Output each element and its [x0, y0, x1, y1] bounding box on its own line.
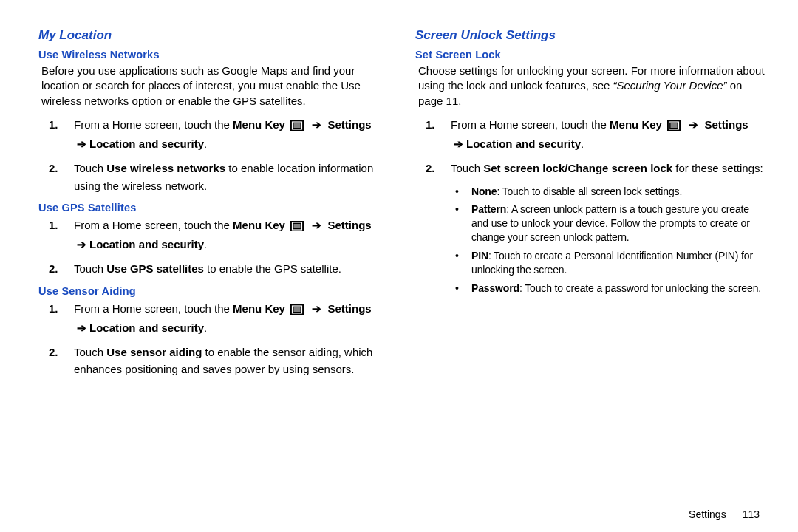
- menu-key-label: Menu Key: [233, 118, 285, 131]
- text: From a Home screen, touch the: [451, 118, 610, 131]
- screen-lock-options-list: • None: Touch to disable all screen lock…: [451, 185, 765, 296]
- arrow-icon: ➔: [77, 236, 86, 253]
- text: Touch: [74, 262, 106, 275]
- settings-label: Settings: [704, 118, 748, 131]
- text: for these settings:: [672, 162, 763, 174]
- option-name: Password: [471, 282, 519, 294]
- step-number: 2.: [38, 160, 74, 177]
- section-title-my-location: My Location: [38, 28, 389, 43]
- bullet-dot: •: [451, 185, 471, 199]
- menu-key-label: Menu Key: [233, 302, 285, 315]
- step-text: Touch Use sensor aiding to enable the se…: [74, 344, 389, 378]
- step-2: 2. Touch Use GPS satellites to enable th…: [38, 260, 389, 277]
- list-item: • Password: Touch to create a password f…: [451, 282, 765, 296]
- list-item: • Pattern: A screen unlock pattern is a …: [451, 202, 765, 245]
- step-2: 2. Touch Set screen lock/Change screen l…: [415, 160, 765, 299]
- step-1: 1. From a Home screen, touch the Menu Ke…: [415, 116, 765, 153]
- footer-section-label: Settings: [689, 508, 726, 520]
- menu-key-icon: [667, 118, 681, 135]
- option-name: PIN: [471, 250, 488, 262]
- arrow-icon: ➔: [312, 300, 321, 317]
- option-name: None: [471, 185, 497, 197]
- step-number: 1.: [38, 300, 74, 317]
- step-text: Touch Set screen lock/Change screen lock…: [451, 160, 765, 299]
- bullet-dot: •: [451, 249, 471, 263]
- step-text: From a Home screen, touch the Menu Key ➔…: [74, 300, 389, 337]
- settings-label: Settings: [327, 118, 371, 131]
- step-1: 1. From a Home screen, touch the Menu Ke…: [38, 116, 389, 153]
- left-column: My Location Use Wireless Networks Before…: [38, 28, 389, 386]
- step-text: From a Home screen, touch the Menu Key ➔…: [74, 116, 389, 153]
- step-number: 2.: [38, 344, 74, 361]
- arrow-icon: ➔: [689, 116, 698, 133]
- text: Touch: [451, 162, 483, 174]
- step-text: Touch Use GPS satellites to enable the G…: [74, 260, 389, 277]
- step-text: From a Home screen, touch the Menu Key ➔…: [451, 116, 765, 153]
- arrow-icon: ➔: [312, 216, 321, 233]
- subhead-use-gps-satellites: Use GPS Satellites: [38, 202, 389, 214]
- text: : Touch to create a password for unlocki…: [519, 282, 761, 294]
- text: : A screen unlock pattern is a touch ges…: [471, 203, 750, 243]
- list-item: • PIN: Touch to create a Personal Identi…: [451, 249, 765, 277]
- subhead-use-wireless-networks: Use Wireless Networks: [38, 49, 389, 61]
- text: .: [204, 137, 207, 150]
- right-column: Screen Unlock Settings Set Screen Lock C…: [415, 28, 765, 386]
- text: .: [204, 321, 207, 334]
- arrow-icon: ➔: [77, 319, 86, 336]
- section-title-screen-unlock: Screen Unlock Settings: [415, 28, 765, 43]
- step-number: 1.: [38, 216, 74, 233]
- location-security-label: Location and security: [89, 137, 204, 150]
- steps-set-screen-lock: 1. From a Home screen, touch the Menu Ke…: [415, 116, 765, 300]
- step-text: Touch Use wireless networks to enable lo…: [74, 160, 389, 194]
- page-content: My Location Use Wireless Networks Before…: [0, 0, 798, 408]
- intro-use-wireless-networks: Before you use applications such as Goog…: [38, 64, 389, 109]
- list-item-text: Password: Touch to create a password for…: [471, 282, 761, 296]
- footer-page-number: 113: [743, 508, 760, 520]
- text: : Touch to disable all screen lock setti…: [497, 185, 682, 197]
- step-text: From a Home screen, touch the Menu Key ➔…: [74, 216, 389, 253]
- location-security-label: Location and security: [466, 137, 581, 150]
- steps-use-wireless-networks: 1. From a Home screen, touch the Menu Ke…: [38, 116, 389, 194]
- page-footer: Settings113: [689, 508, 760, 520]
- step-number: 2.: [415, 160, 451, 177]
- step-number: 1.: [38, 116, 74, 133]
- reference-title: “Securing Your Device”: [613, 79, 727, 92]
- bullet-dot: •: [451, 282, 471, 296]
- step-1: 1. From a Home screen, touch the Menu Ke…: [38, 216, 389, 253]
- steps-use-sensor-aiding: 1. From a Home screen, touch the Menu Ke…: [38, 300, 389, 378]
- menu-key-icon: [290, 302, 304, 319]
- text: .: [204, 238, 207, 250]
- menu-key-label: Menu Key: [233, 219, 285, 231]
- steps-use-gps-satellites: 1. From a Home screen, touch the Menu Ke…: [38, 216, 389, 278]
- text: Touch: [74, 346, 106, 358]
- option-label: Use wireless networks: [106, 162, 225, 174]
- text: From a Home screen, touch the: [74, 302, 233, 315]
- text: : Touch to create a Personal Identificat…: [471, 250, 753, 276]
- option-label: Use GPS satellites: [106, 262, 204, 275]
- option-label: Use sensor aiding: [106, 346, 202, 358]
- text: to enable the GPS satellite.: [204, 262, 341, 275]
- bullet-dot: •: [451, 202, 471, 216]
- step-2: 2. Touch Use sensor aiding to enable the…: [38, 344, 389, 378]
- step-number: 2.: [38, 260, 74, 277]
- subhead-use-sensor-aiding: Use Sensor Aiding: [38, 285, 389, 297]
- text: Touch: [74, 162, 106, 174]
- list-item-text: None: Touch to disable all screen lock s…: [471, 185, 682, 199]
- subhead-set-screen-lock: Set Screen Lock: [415, 49, 765, 61]
- settings-label: Settings: [327, 302, 371, 315]
- settings-label: Settings: [327, 219, 371, 231]
- list-item: • None: Touch to disable all screen lock…: [451, 185, 765, 199]
- list-item-text: PIN: Touch to create a Personal Identifi…: [471, 249, 765, 277]
- menu-key-label: Menu Key: [610, 118, 662, 131]
- option-label: Set screen lock/Change screen lock: [483, 162, 672, 174]
- text: .: [581, 137, 584, 150]
- text: From a Home screen, touch the: [74, 118, 233, 131]
- location-security-label: Location and security: [89, 238, 204, 250]
- text: From a Home screen, touch the: [74, 219, 233, 231]
- option-name: Pattern: [471, 203, 506, 215]
- menu-key-icon: [290, 118, 304, 135]
- step-1: 1. From a Home screen, touch the Menu Ke…: [38, 300, 389, 337]
- menu-key-icon: [290, 219, 304, 236]
- list-item-text: Pattern: A screen unlock pattern is a to…: [471, 202, 765, 245]
- intro-set-screen-lock: Choose settings for unlocking your scree…: [415, 64, 765, 109]
